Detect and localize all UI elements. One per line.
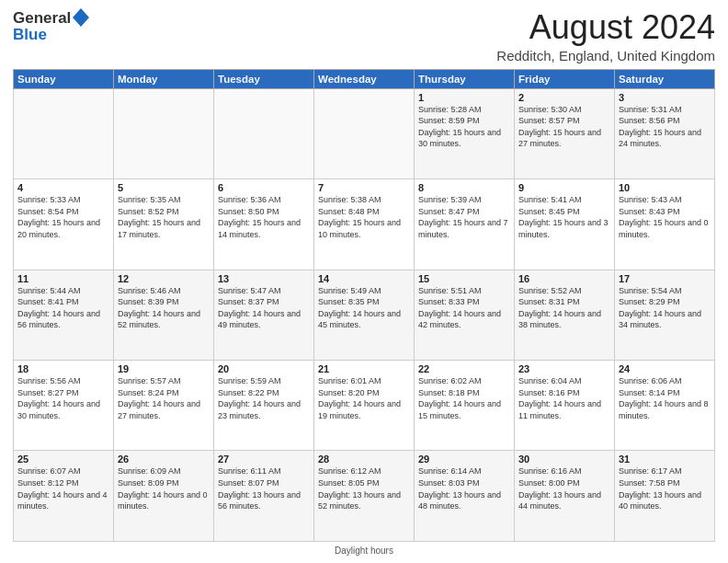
day-number: 2 (518, 92, 610, 103)
sunrise-label: Sunrise: 5:39 AM (418, 195, 482, 204)
day-info: Sunrise: 5:30 AM Sunset: 8:57 PM Dayligh… (518, 104, 610, 150)
week-row-3: 11 Sunrise: 5:44 AM Sunset: 8:41 PM Dayl… (14, 270, 715, 360)
sunrise-label: Sunrise: 5:52 AM (518, 286, 582, 295)
day-info: Sunrise: 6:12 AM Sunset: 8:05 PM Dayligh… (318, 465, 410, 511)
sunset-label: Sunset: 8:45 PM (518, 207, 580, 216)
day-number: 15 (418, 273, 510, 284)
day-info: Sunrise: 5:46 AM Sunset: 8:39 PM Dayligh… (118, 285, 210, 331)
col-thursday: Thursday (415, 69, 515, 88)
day-info: Sunrise: 5:51 AM Sunset: 8:33 PM Dayligh… (418, 285, 510, 331)
daylight-label: Daylight: 14 hours and 42 minutes. (418, 309, 501, 330)
day-info: Sunrise: 5:41 AM Sunset: 8:45 PM Dayligh… (518, 194, 610, 240)
day-cell: 5 Sunrise: 5:35 AM Sunset: 8:52 PM Dayli… (114, 179, 214, 270)
col-friday: Friday (515, 69, 615, 88)
day-cell (114, 88, 214, 178)
day-info: Sunrise: 5:49 AM Sunset: 8:35 PM Dayligh… (318, 285, 410, 331)
sunset-label: Sunset: 8:14 PM (619, 388, 680, 397)
sunset-label: Sunset: 8:18 PM (418, 388, 480, 397)
sunset-label: Sunset: 8:39 PM (118, 297, 179, 306)
daylight-label: Daylight: 14 hours and 34 minutes. (619, 309, 701, 330)
sunset-label: Sunset: 8:33 PM (418, 297, 480, 306)
day-number: 12 (118, 273, 210, 284)
col-monday: Monday (114, 69, 214, 88)
week-row-1: 1 Sunrise: 5:28 AM Sunset: 8:59 PM Dayli… (14, 88, 715, 178)
day-cell: 31 Sunrise: 6:17 AM Sunset: 7:58 PM Dayl… (615, 451, 715, 542)
day-cell: 21 Sunrise: 6:01 AM Sunset: 8:20 PM Dayl… (314, 361, 415, 451)
page: General Blue August 2024 Redditch, Engla… (0, 0, 728, 563)
sunrise-label: Sunrise: 6:09 AM (118, 466, 181, 476)
daylight-label: Daylight: 15 hours and 24 minutes. (619, 128, 701, 149)
sunrise-label: Sunrise: 5:33 AM (17, 195, 81, 204)
week-row-4: 18 Sunrise: 5:56 AM Sunset: 8:27 PM Dayl… (14, 361, 715, 451)
day-number: 19 (118, 363, 210, 374)
sunset-label: Sunset: 8:27 PM (17, 388, 79, 397)
day-info: Sunrise: 6:06 AM Sunset: 8:14 PM Dayligh… (619, 375, 711, 421)
sunrise-label: Sunrise: 5:30 AM (518, 105, 582, 114)
sunset-label: Sunset: 8:50 PM (218, 207, 279, 216)
day-number: 24 (619, 363, 711, 374)
daylight-label: Daylight: 15 hours and 27 minutes. (518, 128, 601, 149)
daylight-label: Daylight: 14 hours and 8 minutes. (619, 399, 709, 420)
day-info: Sunrise: 5:36 AM Sunset: 8:50 PM Dayligh… (218, 194, 310, 240)
sunset-label: Sunset: 8:07 PM (218, 478, 279, 488)
sunset-label: Sunset: 8:35 PM (318, 297, 380, 306)
day-cell: 9 Sunrise: 5:41 AM Sunset: 8:45 PM Dayli… (515, 179, 615, 270)
daylight-label: Daylight: 15 hours and 7 minutes. (418, 218, 508, 239)
sunset-label: Sunset: 8:52 PM (118, 207, 179, 216)
day-cell: 14 Sunrise: 5:49 AM Sunset: 8:35 PM Dayl… (314, 270, 415, 360)
daylight-label: Daylight: 15 hours and 20 minutes. (17, 218, 100, 239)
day-info: Sunrise: 6:17 AM Sunset: 7:58 PM Dayligh… (619, 465, 711, 511)
day-cell: 30 Sunrise: 6:16 AM Sunset: 8:00 PM Dayl… (515, 451, 615, 542)
logo-blue-text: Blue (13, 26, 47, 44)
day-number: 18 (17, 363, 109, 374)
day-cell: 16 Sunrise: 5:52 AM Sunset: 8:31 PM Dayl… (515, 270, 615, 360)
col-wednesday: Wednesday (314, 69, 415, 88)
day-number: 14 (318, 273, 410, 284)
calendar-table: Sunday Monday Tuesday Wednesday Thursday… (13, 69, 715, 542)
day-cell: 18 Sunrise: 5:56 AM Sunset: 8:27 PM Dayl… (14, 361, 114, 451)
day-number: 4 (17, 182, 109, 193)
logo-general-text: General (13, 9, 71, 28)
daylight-label: Daylight: 15 hours and 30 minutes. (418, 128, 501, 149)
day-cell: 27 Sunrise: 6:11 AM Sunset: 8:07 PM Dayl… (214, 451, 314, 542)
sunset-label: Sunset: 8:41 PM (17, 297, 79, 306)
col-saturday: Saturday (615, 69, 715, 88)
daylight-label: Daylight: 15 hours and 17 minutes. (118, 218, 200, 239)
sunset-label: Sunset: 8:00 PM (518, 478, 580, 488)
daylight-label: Daylight: 14 hours and 19 minutes. (318, 399, 401, 420)
sunrise-label: Sunrise: 6:11 AM (218, 466, 281, 476)
day-cell: 22 Sunrise: 6:02 AM Sunset: 8:18 PM Dayl… (415, 361, 515, 451)
day-info: Sunrise: 6:01 AM Sunset: 8:20 PM Dayligh… (318, 375, 410, 421)
week-row-5: 25 Sunrise: 6:07 AM Sunset: 8:12 PM Dayl… (14, 451, 715, 542)
day-info: Sunrise: 5:56 AM Sunset: 8:27 PM Dayligh… (17, 375, 109, 421)
sunset-label: Sunset: 8:31 PM (518, 297, 580, 306)
day-info: Sunrise: 6:14 AM Sunset: 8:03 PM Dayligh… (418, 465, 510, 511)
sunset-label: Sunset: 8:43 PM (619, 207, 680, 216)
sunrise-label: Sunrise: 5:54 AM (619, 286, 682, 295)
daylight-label: Daylight: 15 hours and 0 minutes. (619, 218, 709, 239)
sunrise-label: Sunrise: 6:02 AM (418, 376, 482, 385)
day-cell: 19 Sunrise: 5:57 AM Sunset: 8:24 PM Dayl… (114, 361, 214, 451)
day-cell: 20 Sunrise: 5:59 AM Sunset: 8:22 PM Dayl… (214, 361, 314, 451)
day-cell: 25 Sunrise: 6:07 AM Sunset: 8:12 PM Dayl… (14, 451, 114, 542)
day-number: 26 (118, 454, 210, 465)
day-number: 17 (619, 273, 711, 284)
sunset-label: Sunset: 8:59 PM (418, 116, 480, 125)
day-cell: 10 Sunrise: 5:43 AM Sunset: 8:43 PM Dayl… (615, 179, 715, 270)
day-number: 7 (318, 182, 410, 193)
sunset-label: Sunset: 8:24 PM (118, 388, 179, 397)
sunset-label: Sunset: 8:47 PM (418, 207, 480, 216)
calendar-title: August 2024 (496, 9, 715, 46)
calendar-subtitle: Redditch, England, United Kingdom (496, 48, 715, 63)
daylight-label: Daylight: 13 hours and 52 minutes. (318, 490, 401, 511)
sunrise-label: Sunrise: 6:14 AM (418, 466, 482, 476)
daylight-label: Daylight: 14 hours and 15 minutes. (418, 399, 501, 420)
day-cell: 13 Sunrise: 5:47 AM Sunset: 8:37 PM Dayl… (214, 270, 314, 360)
day-cell: 24 Sunrise: 6:06 AM Sunset: 8:14 PM Dayl… (615, 361, 715, 451)
week-row-2: 4 Sunrise: 5:33 AM Sunset: 8:54 PM Dayli… (14, 179, 715, 270)
day-info: Sunrise: 5:47 AM Sunset: 8:37 PM Dayligh… (218, 285, 310, 331)
sunset-label: Sunset: 8:22 PM (218, 388, 279, 397)
day-number: 11 (17, 273, 109, 284)
day-info: Sunrise: 5:52 AM Sunset: 8:31 PM Dayligh… (518, 285, 610, 331)
sunrise-label: Sunrise: 5:56 AM (17, 376, 81, 385)
